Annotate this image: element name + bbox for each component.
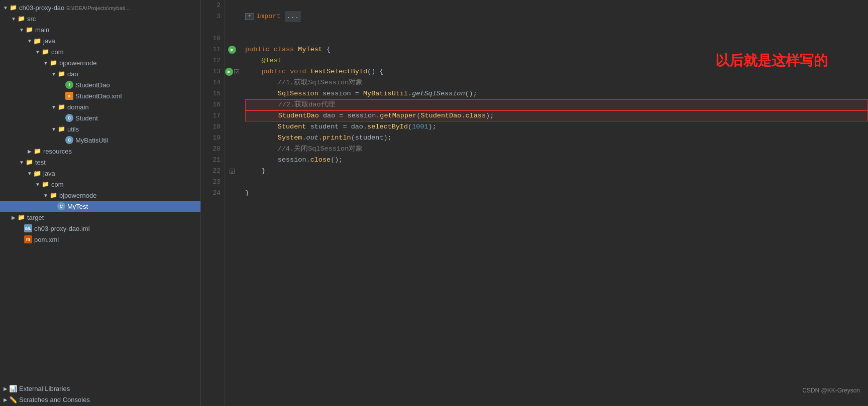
tree-item-main[interactable]: ▼ 📁 main — [0, 24, 200, 35]
code-line-18: Student student = dao.selectById(1001); — [245, 121, 868, 132]
tree-item-resources[interactable]: ▶ 📁 resources — [0, 146, 200, 157]
tree-label-mytest: MyTest — [67, 203, 88, 210]
tree-item-com-test[interactable]: ▼ 📁 com — [0, 179, 200, 190]
folder-icon-test: 📁 — [25, 158, 33, 166]
tree-label-student-dao-xml: StudentDao.xml — [75, 92, 122, 100]
arrow-resources: ▶ — [26, 148, 33, 155]
tree-label-root: ch03-proxy-dao E:\IDEA\Projects\mybati..… — [19, 4, 130, 12]
folder-icon-target: 📁 — [17, 213, 25, 221]
tree-label-target: target — [27, 214, 44, 221]
folder-icon-utils: 📁 — [57, 125, 65, 133]
gutter-row-15 — [225, 88, 239, 99]
folder-icon-java-main: 📁 — [33, 37, 41, 45]
run-icon-13[interactable]: ▶ — [225, 68, 233, 76]
run-icon-11[interactable]: ▶ — [228, 46, 236, 54]
arrow-student-dao-xml — [58, 92, 65, 99]
gutter-row-17 — [225, 110, 239, 121]
java-icon-mybatis-util: C — [65, 136, 73, 144]
tree-item-mybatis-util[interactable]: C MyBatisUtil — [0, 134, 200, 146]
tree-item-bjpowernode-test[interactable]: ▼ 📁 bjpowernode — [0, 190, 200, 201]
code-line-10 — [245, 33, 868, 44]
tree-item-student-dao-xml[interactable]: X StudentDao.xml — [0, 90, 200, 101]
tree-label-resources: resources — [43, 148, 72, 155]
arrow-main: ▼ — [18, 26, 25, 33]
tree-item-student[interactable]: C Student — [0, 112, 200, 123]
folder-icon-bjpowernode-test: 📁 — [49, 191, 57, 199]
arrow-scratches: ▶ — [2, 396, 9, 403]
gutter-row-18 — [225, 121, 239, 132]
tree-label-test: test — [35, 159, 46, 166]
arrow-iml — [17, 225, 24, 232]
tree-label-dao: dao — [67, 70, 78, 78]
gutter-row-21 — [225, 155, 239, 166]
tree-label-com: com — [51, 48, 64, 56]
tree-label-pom: pom.xml — [34, 236, 59, 243]
gutter-row-blank1 — [225, 22, 239, 33]
chart-icon-external-libraries: 📊 — [9, 384, 17, 392]
folder-icon-java-test: 📁 — [33, 169, 41, 177]
tree-item-iml[interactable]: IML ch03-proxy-dao.iml — [0, 223, 200, 234]
tree-item-root[interactable]: ▼ 📁 ch03-proxy-dao E:\IDEA\Projects\myba… — [0, 2, 200, 13]
tree-label-java-test: java — [43, 170, 55, 177]
tree-item-domain[interactable]: ▼ 📁 domain — [0, 101, 200, 112]
arrow-mybatis-util — [58, 137, 65, 144]
project-sidebar: ▼ 📁 ch03-proxy-dao E:\IDEA\Projects\myba… — [0, 0, 201, 406]
folder-icon-com-test: 📁 — [41, 180, 49, 188]
folder-icon-src: 📁 — [17, 15, 25, 23]
java-icon-student-dao: I — [65, 81, 73, 89]
tree-label-com-test: com — [51, 181, 64, 188]
tree-item-external-libraries[interactable]: ▶ 📊 External Libraries — [0, 383, 200, 394]
arrow-java-test: ▼ — [26, 170, 33, 177]
tree-item-target[interactable]: ▶ 📁 target — [0, 212, 200, 223]
tree-item-scratches[interactable]: ▶ ✏️ Scratches and Consoles — [0, 394, 200, 405]
tree-item-java-main[interactable]: ▼ 📁 java — [0, 35, 200, 46]
tree-item-mytest[interactable]: C MyTest — [0, 201, 200, 212]
tree-label-src: src — [27, 15, 36, 23]
xml-icon-student-dao: X — [65, 92, 73, 100]
gutter-row-19 — [225, 132, 239, 144]
arrow-bjpowernode-test: ▼ — [42, 192, 49, 199]
code-content[interactable]: +import ... public class MyTest { @Test … — [239, 0, 868, 406]
gutter-row-11[interactable]: ▶ — [225, 44, 239, 55]
tree-item-test[interactable]: ▼ 📁 test — [0, 157, 200, 168]
tree-item-java-test[interactable]: ▼ 📁 java — [0, 168, 200, 179]
java-icon-student: C — [65, 114, 73, 122]
arrow-mytest — [50, 203, 57, 210]
fold-button-import[interactable]: + — [245, 13, 254, 20]
arrow-com: ▼ — [34, 48, 41, 55]
code-line-blank — [245, 22, 868, 33]
code-line-17: StudentDao dao = session.getMapper(Stude… — [245, 110, 868, 121]
file-tree[interactable]: ▼ 📁 ch03-proxy-dao E:\IDEA\Projects\myba… — [0, 2, 200, 382]
code-line-16: //2.获取dao代理 — [245, 99, 868, 110]
arrow-target: ▶ — [10, 214, 17, 221]
tree-item-utils[interactable]: ▼ 📁 utils — [0, 123, 200, 134]
arrow-src: ▼ — [10, 15, 17, 22]
tree-item-bjpowernode[interactable]: ▼ 📁 bjpowernode — [0, 57, 200, 68]
tree-item-dao[interactable]: ▼ 📁 dao — [0, 68, 200, 79]
watermark: CSDN @KK-Greyson — [802, 385, 860, 396]
java-icon-mytest: C — [57, 202, 65, 210]
code-line-15: SqlSession session = MyBatisUtil.getSqlS… — [245, 88, 868, 99]
gutter-row-24 — [225, 188, 239, 199]
gutter-row-13[interactable]: ▶ ▽ — [225, 66, 239, 77]
fold-icon-22[interactable]: △ — [230, 169, 235, 174]
gutter-row-23 — [225, 177, 239, 188]
gutter-row-20 — [225, 144, 239, 155]
maven-icon-pom: m — [24, 235, 32, 243]
fold-icon-13[interactable]: ▽ — [234, 69, 239, 74]
code-line-3: +import ... — [245, 11, 868, 22]
tree-item-com[interactable]: ▼ 📁 com — [0, 46, 200, 57]
code-editor: 2 3 10 11 12 13 14 15 16 17 18 19 20 21 … — [201, 0, 868, 406]
tree-label-scratches: Scratches and Consoles — [19, 396, 90, 403]
gutter-row-22[interactable]: △ — [225, 166, 239, 177]
tree-item-pom[interactable]: m pom.xml — [0, 234, 200, 245]
tree-item-student-dao[interactable]: I StudentDao — [0, 79, 200, 90]
tree-item-src[interactable]: ▼ 📁 src — [0, 13, 200, 24]
arrow-pom — [17, 236, 24, 243]
code-line-19: System.out.println(student); — [245, 132, 868, 144]
tree-label-external-libraries: External Libraries — [19, 385, 70, 392]
arrow-domain: ▼ — [50, 103, 57, 110]
tree-label-mybatis-util: MyBatisUtil — [75, 137, 108, 144]
annotation-chinese-text: 以后就是这样写的 — [715, 55, 828, 66]
code-line-20: //4.关闭SqlSession对象 — [245, 144, 868, 155]
